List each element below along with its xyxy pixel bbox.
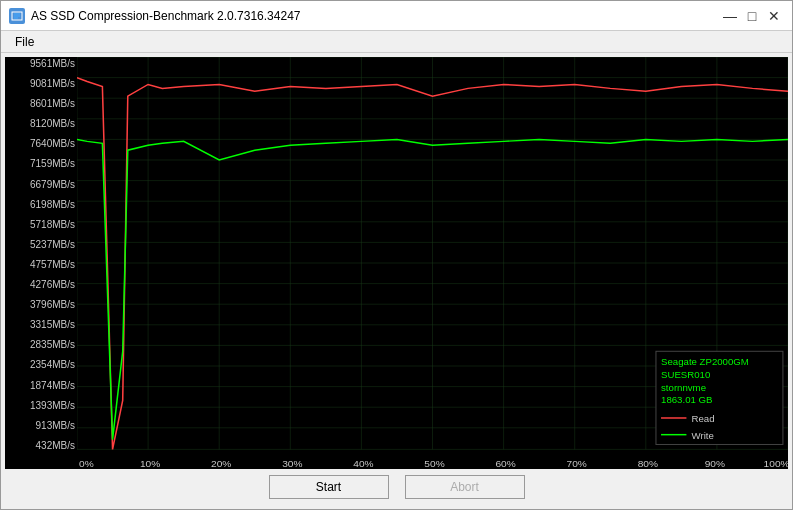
svg-text:SUESR010: SUESR010 (661, 369, 710, 380)
y-axis-label: 7640MB/s (5, 139, 75, 149)
y-axis-label: 913MB/s (5, 421, 75, 431)
y-axis-label: 2354MB/s (5, 360, 75, 370)
svg-text:Write: Write (692, 430, 714, 441)
maximize-button[interactable]: □ (742, 6, 762, 26)
y-axis-label: 8601MB/s (5, 99, 75, 109)
chart-svg: 0% 10% 20% 30% 40% 50% 60% 70% 80% 90% 1… (77, 57, 788, 469)
y-axis-label: 9081MB/s (5, 79, 75, 89)
svg-text:60%: 60% (495, 458, 515, 469)
y-axis-label: 6198MB/s (5, 200, 75, 210)
start-button[interactable]: Start (269, 475, 389, 499)
svg-text:1863.01 GB: 1863.01 GB (661, 394, 712, 405)
y-axis: 9561MB/s9081MB/s8601MB/s8120MB/s7640MB/s… (5, 57, 77, 469)
svg-text:Read: Read (692, 413, 715, 424)
y-axis-label: 2835MB/s (5, 340, 75, 350)
bottom-bar: Start Abort (5, 469, 788, 505)
svg-text:30%: 30% (282, 458, 302, 469)
y-axis-label: 4276MB/s (5, 280, 75, 290)
svg-text:40%: 40% (353, 458, 373, 469)
chart-inner: 0% 10% 20% 30% 40% 50% 60% 70% 80% 90% 1… (77, 57, 788, 469)
y-axis-label: 432MB/s (5, 441, 75, 451)
y-axis-label: 8120MB/s (5, 119, 75, 129)
title-bar: AS SSD Compression-Benchmark 2.0.7316.34… (1, 1, 792, 31)
y-axis-label: 4757MB/s (5, 260, 75, 270)
svg-text:10%: 10% (140, 458, 160, 469)
svg-text:80%: 80% (638, 458, 658, 469)
menu-file[interactable]: File (9, 33, 40, 51)
svg-text:70%: 70% (567, 458, 587, 469)
app-icon (9, 8, 25, 24)
title-bar-left: AS SSD Compression-Benchmark 2.0.7316.34… (9, 8, 300, 24)
svg-text:90%: 90% (705, 458, 725, 469)
content-area: 9561MB/s9081MB/s8601MB/s8120MB/s7640MB/s… (1, 53, 792, 509)
y-axis-label: 1874MB/s (5, 381, 75, 391)
abort-button[interactable]: Abort (405, 475, 525, 499)
close-button[interactable]: ✕ (764, 6, 784, 26)
y-axis-label: 5237MB/s (5, 240, 75, 250)
title-controls: — □ ✕ (720, 6, 784, 26)
svg-text:stornnvme: stornnvme (661, 382, 706, 393)
window-title: AS SSD Compression-Benchmark 2.0.7316.34… (31, 9, 300, 23)
svg-text:0%: 0% (79, 458, 94, 469)
menu-bar: File (1, 31, 792, 53)
y-axis-label: 7159MB/s (5, 159, 75, 169)
main-window: AS SSD Compression-Benchmark 2.0.7316.34… (0, 0, 793, 510)
minimize-button[interactable]: — (720, 6, 740, 26)
svg-text:Seagate ZP2000GM: Seagate ZP2000GM (661, 356, 749, 367)
y-axis-label: 3796MB/s (5, 300, 75, 310)
chart-area: 9561MB/s9081MB/s8601MB/s8120MB/s7640MB/s… (5, 57, 788, 469)
y-axis-label: 9561MB/s (5, 59, 75, 69)
y-axis-label: 1393MB/s (5, 401, 75, 411)
svg-text:100%: 100% (764, 458, 788, 469)
y-axis-label: 5718MB/s (5, 220, 75, 230)
y-axis-label: 6679MB/s (5, 180, 75, 190)
svg-text:20%: 20% (211, 458, 231, 469)
y-axis-label: 3315MB/s (5, 320, 75, 330)
svg-text:50%: 50% (424, 458, 444, 469)
